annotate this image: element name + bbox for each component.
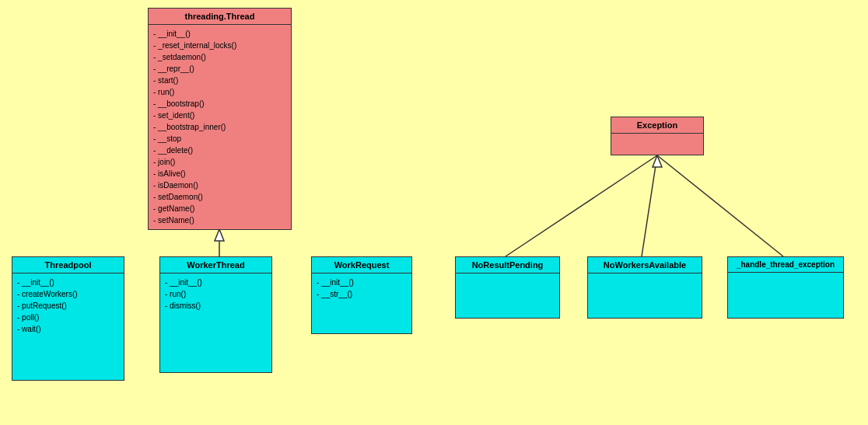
no-workers-available-header: NoWorkersAvailable (588, 257, 702, 273)
svg-line-4 (657, 155, 783, 256)
work-request-box: WorkRequest - __init__() - __str__() (311, 256, 412, 334)
svg-line-3 (642, 155, 657, 256)
work-request-header: WorkRequest (312, 257, 411, 273)
threading-thread-box: threading.Thread - __init__() - _reset_i… (148, 8, 292, 230)
no-workers-available-box: NoWorkersAvailable (587, 256, 702, 319)
threadpool-body: - __init__() - createWorkers() - putRequ… (12, 273, 124, 338)
exception-header: Exception (611, 117, 703, 134)
threading-thread-header: threading.Thread (149, 9, 291, 25)
no-result-pending-body (456, 273, 559, 280)
threadpool-header: Threadpool (12, 257, 124, 273)
handle-thread-exception-body (728, 273, 843, 279)
no-result-pending-header: NoResultPending (456, 257, 559, 273)
handle-thread-exception-box: _handle_thread_exception (727, 256, 844, 319)
threading-thread-body: - __init__() - _reset_internal_locks() -… (149, 25, 291, 229)
worker-thread-header: WorkerThread (160, 257, 271, 273)
worker-thread-box: WorkerThread - __init__() - run() - dism… (159, 256, 272, 373)
uml-diagram: threading.Thread - __init__() - _reset_i… (0, 0, 868, 425)
svg-marker-1 (215, 229, 224, 241)
handle-thread-exception-header: _handle_thread_exception (728, 257, 843, 273)
threadpool-box: Threadpool - __init__() - createWorkers(… (12, 256, 124, 381)
worker-thread-body: - __init__() - run() - dismiss() (160, 273, 271, 315)
exception-body (611, 134, 703, 140)
exception-box: Exception (611, 117, 704, 155)
no-result-pending-box: NoResultPending (455, 256, 560, 319)
work-request-body: - __init__() - __str__() (312, 273, 411, 303)
svg-line-2 (506, 155, 657, 256)
arrows-svg (0, 0, 868, 425)
svg-marker-5 (653, 155, 662, 167)
no-workers-available-body (588, 273, 702, 280)
